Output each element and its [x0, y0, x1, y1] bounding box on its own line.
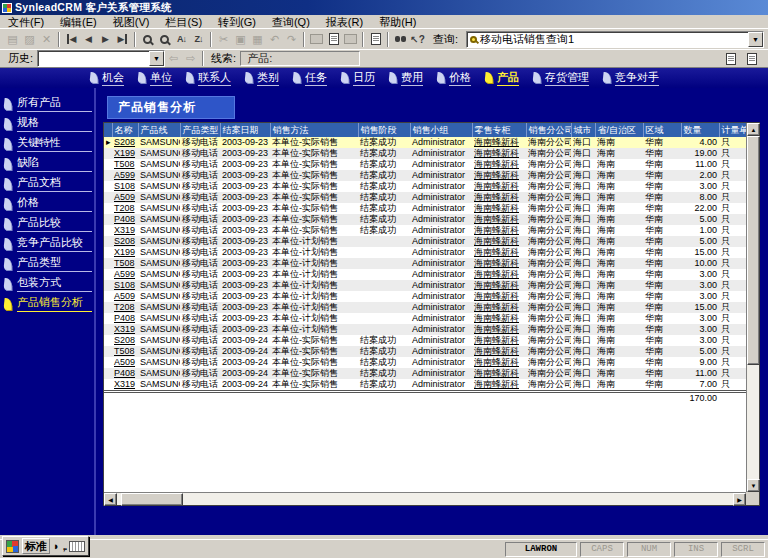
sidebar-item-缺陷[interactable]: 缺陷 — [0, 154, 94, 174]
sidebar-item-价格[interactable]: 价格 — [0, 194, 94, 214]
menu-item[interactable]: 编辑(E) — [52, 15, 105, 29]
retail-counter-link[interactable]: 海南蜂新科 — [472, 247, 526, 258]
retail-counter-link[interactable]: 海南蜂新科 — [472, 192, 526, 203]
undo-icon[interactable]: ↶ — [266, 31, 283, 48]
search-icon[interactable] — [139, 31, 156, 48]
sidebar-item-产品文档[interactable]: 产品文档 — [0, 174, 94, 194]
copy-icon[interactable]: ▣ — [232, 31, 249, 48]
product-name-link[interactable]: P408 — [112, 313, 138, 324]
tab-费用[interactable]: 费用 — [387, 69, 429, 87]
tab-日历[interactable]: 日历 — [339, 69, 381, 87]
redo-icon[interactable]: ↷ — [283, 31, 300, 48]
next-record-icon[interactable]: ▶ — [97, 31, 114, 48]
scroll-down-button[interactable]: ▼ — [747, 479, 760, 492]
retail-counter-link[interactable]: 海南蜂新科 — [472, 148, 526, 159]
ime-mode-button[interactable]: 标准 — [22, 538, 50, 554]
retail-counter-link[interactable]: 海南蜂新科 — [472, 357, 526, 368]
product-name-link[interactable]: A599 — [112, 170, 138, 181]
product-name-link[interactable]: S108 — [112, 181, 138, 192]
sidebar-item-规格[interactable]: 规格 — [0, 114, 94, 134]
prev-record-icon[interactable]: ◀ — [80, 31, 97, 48]
table-row[interactable]: S108SAMSUNG移动电话2003-09-23本单位-实际销售结案成功Adm… — [104, 181, 746, 192]
tab-竞争对手[interactable]: 竞争对手 — [601, 69, 665, 87]
query-dropdown-button[interactable]: ▼ — [748, 32, 763, 47]
table-row[interactable]: A509SAMSUNG移动电话2003-09-23本单位-实际销售结案成功Adm… — [104, 192, 746, 203]
vertical-scrollbar[interactable]: ▲ ▼ — [746, 123, 759, 492]
column-header[interactable]: 区域 — [643, 123, 681, 137]
column-header[interactable]: 产品类型 — [180, 123, 220, 137]
menu-item[interactable]: 帮助(H) — [371, 15, 424, 29]
product-name-link[interactable]: A509 — [112, 192, 138, 203]
column-header[interactable]: 结案日期 — [220, 123, 270, 137]
retail-counter-link[interactable]: 海南蜂新科 — [472, 170, 526, 181]
product-name-link[interactable]: X199 — [112, 247, 138, 258]
paste-icon[interactable]: ▦ — [249, 31, 266, 48]
tab-类别[interactable]: 类别 — [243, 69, 285, 87]
menu-item[interactable]: 栏目(S) — [157, 15, 210, 29]
tab-单位[interactable]: 单位 — [136, 69, 178, 87]
retail-counter-link[interactable]: 海南蜂新科 — [472, 236, 526, 247]
product-name-link[interactable]: T208 — [112, 302, 138, 313]
table-row[interactable]: A599SAMSUNG移动电话2003-09-23本单位-实际销售结案成功Adm… — [104, 170, 746, 181]
retail-counter-link[interactable]: 海南蜂新科 — [472, 258, 526, 269]
table-row[interactable]: A509SAMSUNG移动电话2003-09-23本单位-计划销售Adminis… — [104, 291, 746, 302]
table-row[interactable]: S108SAMSUNG移动电话2003-09-23本单位-计划销售Adminis… — [104, 280, 746, 291]
table-row[interactable]: S208SAMSUNG移动电话2003-09-23本单位-计划销售Adminis… — [104, 236, 746, 247]
horizontal-scrollbar[interactable]: ◀ ▶ — [104, 492, 746, 505]
preview-search-icon[interactable] — [156, 31, 173, 48]
column-header[interactable]: 省/自治区 — [595, 123, 643, 137]
delete-icon[interactable]: ✕ — [38, 31, 55, 48]
sort-descending-icon[interactable]: Z↓ — [190, 31, 207, 48]
retail-counter-link[interactable]: 海南蜂新科 — [472, 335, 526, 346]
sidebar-item-产品比较[interactable]: 产品比较 — [0, 214, 94, 234]
product-name-link[interactable]: S208 — [112, 335, 138, 346]
product-name-link[interactable]: X319 — [112, 379, 138, 392]
menu-item[interactable]: 视图(V) — [105, 15, 158, 29]
retail-counter-link[interactable]: 海南蜂新科 — [472, 137, 526, 148]
table-row[interactable]: X319SAMSUNG移动电话2003-09-24本单位-实际销售结案成功Adm… — [104, 379, 746, 392]
product-name-link[interactable]: P408 — [112, 214, 138, 225]
context-help-icon[interactable]: ↖? — [409, 31, 426, 48]
sidebar-item-包装方式[interactable]: 包装方式 — [0, 274, 94, 294]
retail-counter-link[interactable]: 海南蜂新科 — [472, 324, 526, 335]
product-name-link[interactable]: P408 — [112, 368, 138, 379]
menu-item[interactable]: 查询(Q) — [264, 15, 318, 29]
retail-counter-link[interactable]: 海南蜂新科 — [472, 313, 526, 324]
fax-icon[interactable] — [342, 31, 359, 48]
product-name-link[interactable]: A509 — [112, 291, 138, 302]
vertical-scroll-thumb[interactable] — [747, 136, 760, 365]
retail-counter-link[interactable]: 海南蜂新科 — [472, 280, 526, 291]
tab-任务[interactable]: 任务 — [291, 69, 333, 87]
menu-item[interactable]: 文件(F) — [0, 15, 52, 29]
table-row[interactable]: P408SAMSUNG移动电话2003-09-23本单位-计划销售Adminis… — [104, 313, 746, 324]
retail-counter-link[interactable]: 海南蜂新科 — [472, 214, 526, 225]
tab-价格[interactable]: 价格 — [435, 69, 477, 87]
table-row[interactable]: A509SAMSUNG移动电话2003-09-24本单位-实际销售结案成功Adm… — [104, 357, 746, 368]
retail-counter-link[interactable]: 海南蜂新科 — [472, 181, 526, 192]
retail-counter-link[interactable]: 海南蜂新科 — [472, 346, 526, 357]
sidebar-item-所有产品[interactable]: 所有产品 — [0, 94, 94, 114]
retail-counter-link[interactable]: 海南蜂新科 — [472, 159, 526, 170]
column-header[interactable]: 计量单位 — [719, 123, 746, 137]
menu-item[interactable]: 报表(R) — [318, 15, 371, 29]
history-combo[interactable]: ▼ — [37, 50, 165, 67]
table-row[interactable]: T208SAMSUNG移动电话2003-09-23本单位-实际销售结案成功Adm… — [104, 203, 746, 214]
product-name-link[interactable]: X319 — [112, 324, 138, 335]
back-icon[interactable]: ⇦ — [165, 50, 182, 67]
product-name-link[interactable]: S208 — [112, 236, 138, 247]
last-record-icon[interactable]: ▶ — [114, 31, 131, 48]
scroll-right-button[interactable]: ▶ — [733, 493, 746, 506]
horizontal-scroll-thumb[interactable] — [121, 493, 183, 506]
report-icon[interactable] — [722, 50, 739, 67]
first-record-icon[interactable]: ◀ — [63, 31, 80, 48]
table-row[interactable]: T208SAMSUNG移动电话2003-09-23本单位-计划销售Adminis… — [104, 302, 746, 313]
table-row[interactable]: ▸S208SAMSUNG移动电话2003-09-23本单位-实际销售结案成功Ad… — [104, 137, 746, 148]
table-row[interactable]: T508SAMSUNG移动电话2003-09-24本单位-实际销售结案成功Adm… — [104, 346, 746, 357]
sort-ascending-icon[interactable]: A↓ — [173, 31, 190, 48]
column-header[interactable]: 数量 — [681, 123, 719, 137]
retail-counter-link[interactable]: 海南蜂新科 — [472, 302, 526, 313]
sidebar-item-产品类型[interactable]: 产品类型 — [0, 254, 94, 274]
column-header[interactable]: 销售方法 — [270, 123, 358, 137]
tab-存货管理[interactable]: 存货管理 — [531, 69, 595, 87]
column-header[interactable]: 名称 — [112, 123, 138, 137]
